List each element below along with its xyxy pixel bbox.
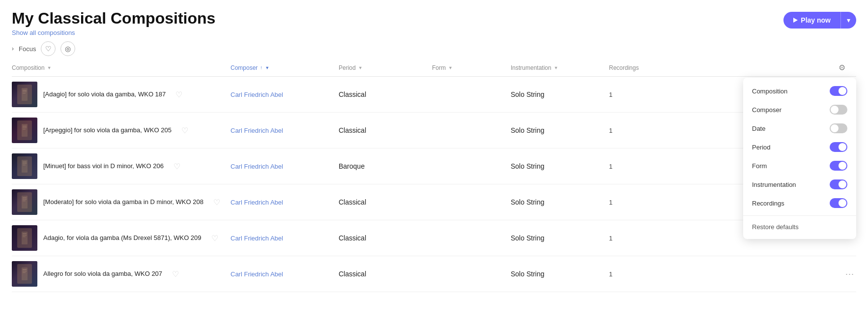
favorite-heart-icon[interactable]: ♡ [207,234,222,243]
cell-composer: Carl Friedrich Abel [231,235,339,242]
favorite-heart-icon[interactable]: ♡ [209,198,224,207]
dropdown-toggle-recordings[interactable] [830,198,847,208]
svg-rect-6 [23,127,27,128]
dropdown-item-label: Composition [752,88,787,95]
album-thumb-image [12,189,37,215]
settings-column-header: ⚙ [839,63,856,72]
period-filter-icon: ▼ [358,65,363,70]
album-thumbnail [12,189,37,215]
recordings-count: 1 [609,163,612,170]
dropdown-toggle-item: Composition [743,82,856,100]
dropdown-toggle-form[interactable] [830,161,847,171]
dropdown-item-label: Period [752,144,771,151]
svg-rect-9 [23,162,27,162]
album-thumb-image [12,118,37,143]
svg-rect-13 [23,198,27,198]
cell-composer: Carl Friedrich Abel [231,270,339,278]
col-header-composition[interactable]: Composition ▼ [12,64,231,71]
focus-heart-button[interactable]: ♡ [41,41,56,56]
svg-rect-1 [23,90,27,90]
dropdown-item-label: Form [752,162,767,170]
instrumentation-filter-icon: ▼ [554,65,558,70]
dropdown-item-label: Composer [752,106,781,114]
composition-header-label: Composition [12,64,45,71]
favorite-heart-icon[interactable]: ♡ [172,90,186,99]
instrumentation-value: Solo String [511,126,544,134]
cell-period: Classical [339,126,432,134]
period-value: Classical [339,90,366,98]
focus-label: Focus [19,45,36,53]
recordings-count: 1 [609,91,612,98]
composer-name-link[interactable]: Carl Friedrich Abel [231,127,283,134]
composition-title: Adagio, for viola da gamba (Ms Drexel 58… [43,234,202,242]
recordings-count: 1 [609,199,612,206]
album-thumbnail [12,118,37,143]
recordings-count: 1 [609,270,612,278]
dropdown-toggle-composer[interactable] [830,105,847,115]
form-header-label: Form [432,64,446,71]
settings-gear-icon[interactable]: ⚙ [839,63,845,72]
cell-composer: Carl Friedrich Abel [231,91,339,98]
album-art-icon [20,87,29,102]
album-art-icon [20,123,29,138]
cell-period: Classical [339,234,432,242]
dropdown-divider [743,215,856,216]
album-thumb-image [12,225,37,251]
cell-period: Classical [339,90,432,98]
composer-header-label: Composer [231,64,258,71]
col-header-instrumentation[interactable]: Instrumentation ▼ [511,64,609,71]
composer-name-link[interactable]: Carl Friedrich Abel [231,163,283,170]
dropdown-toggle-composition[interactable] [830,86,847,96]
album-thumbnail [12,261,37,287]
row-more-button[interactable]: ··· [843,269,856,279]
play-now-dropdown-button[interactable]: ▾ [840,12,856,29]
restore-defaults-button[interactable]: Restore defaults [743,219,856,235]
recordings-count: 1 [609,127,612,134]
cell-composition: [Moderato] for solo viola da gamba in D … [12,189,231,215]
album-art-icon [20,159,29,174]
instrumentation-value: Solo String [511,162,544,170]
dropdown-toggle-period[interactable] [830,142,847,152]
composer-name-link[interactable]: Carl Friedrich Abel [231,235,283,242]
focus-chevron-icon: › [12,45,14,52]
table-row: Allegro for solo viola da gamba, WKO 207… [12,256,856,292]
cell-instrumentation: Solo String [511,198,609,206]
cell-recordings: 1 ··· [609,269,856,279]
svg-rect-16 [22,232,28,244]
album-thumbnail [12,82,37,107]
favorite-heart-icon[interactable]: ♡ [177,126,192,135]
cell-instrumentation: Solo String [511,90,609,98]
col-header-composer[interactable]: Composer ↑ ▼ [231,64,339,71]
page-title: My Classical Compositions [12,10,215,27]
svg-rect-4 [22,124,28,137]
album-thumb-image [12,153,37,179]
period-value: Classical [339,234,366,242]
col-header-period[interactable]: Period ▼ [339,64,432,71]
favorite-heart-icon[interactable]: ♡ [170,162,184,171]
col-header-form[interactable]: Form ▼ [432,64,511,71]
composition-title: [Adagio] for solo viola da gamba, WKO 18… [43,90,166,99]
cell-instrumentation: Solo String [511,126,609,134]
col-header-recordings[interactable]: Recordings [609,64,839,71]
cell-composition: Allegro for solo viola da gamba, WKO 207… [12,261,231,287]
table-row: [Adagio] for solo viola da gamba, WKO 18… [12,77,856,113]
instrumentation-value: Solo String [511,198,544,206]
dropdown-item-label: Recordings [752,200,784,207]
composer-name-link[interactable]: Carl Friedrich Abel [231,270,283,278]
show-all-link[interactable]: Show all compositions [12,29,75,36]
svg-rect-2 [23,91,27,92]
form-filter-icon: ▼ [448,65,453,70]
dropdown-toggle-instrumentation[interactable] [830,179,847,189]
favorite-heart-icon[interactable]: ♡ [168,269,183,279]
dropdown-item-label: Date [752,125,765,132]
svg-rect-12 [22,196,28,208]
svg-rect-3 [23,93,26,93]
focus-block-button[interactable]: ◎ [60,41,75,56]
instrumentation-value: Solo String [511,90,544,98]
dropdown-toggle-date[interactable] [830,123,847,133]
composer-name-link[interactable]: Carl Friedrich Abel [231,199,283,206]
composer-name-link[interactable]: Carl Friedrich Abel [231,91,283,98]
play-now-button[interactable]: Play now [783,12,840,29]
dropdown-item-label: Instrumentation [752,181,796,188]
instrumentation-header-label: Instrumentation [511,64,551,71]
